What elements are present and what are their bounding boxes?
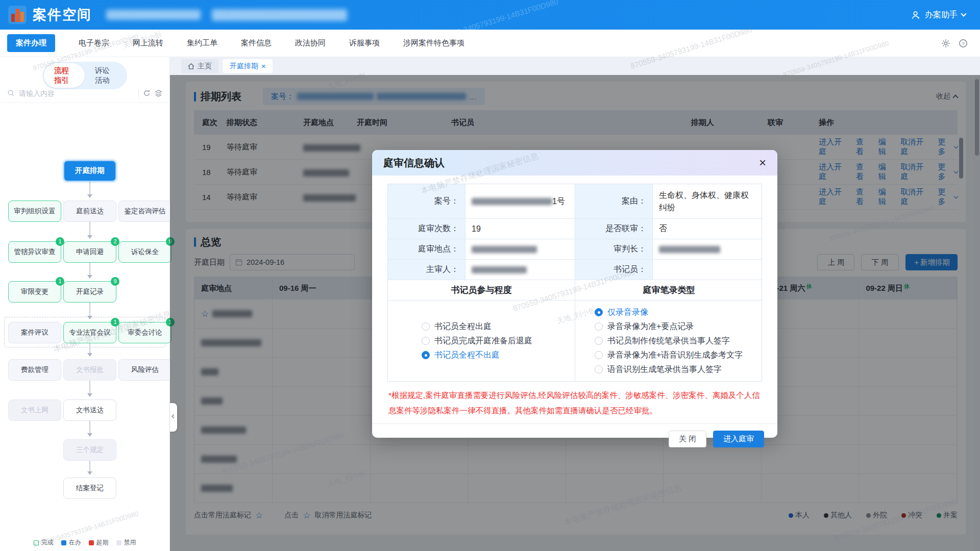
redacted-name	[472, 266, 527, 273]
svg-text:?: ?	[962, 40, 965, 46]
flow-node-risk-assessment[interactable]: 风险评估	[118, 359, 172, 381]
flow-node-case-close[interactable]: 结案登记	[63, 478, 116, 499]
radio-clerk-not-attend[interactable]: 书记员全程不出庭	[422, 350, 575, 361]
count-badge: 9	[111, 277, 119, 286]
chevron-left-icon	[172, 414, 176, 418]
flow-node-trial-org-setup[interactable]: 审判组织设置	[8, 201, 61, 222]
flow-node-recusal-apply[interactable]: 申请回避2	[63, 241, 116, 263]
chevron-down-icon	[961, 11, 966, 16]
app-logo-icon	[8, 6, 27, 24]
flow-node-doc-approval[interactable]: 文书报批	[63, 359, 116, 381]
radio-traditional-record[interactable]: 书记员制作传统笔录供当事人签字	[595, 336, 763, 346]
flow-node-pretrial-service[interactable]: 庭前送达	[63, 201, 116, 222]
flow-node-hearing-record[interactable]: 开庭记录9	[63, 281, 116, 303]
user-icon	[911, 10, 921, 20]
app-window: 案件空间 办案助手 案件办理 电子卷宗 网上流转 集约工单 案件信息 政法协同 …	[0, 0, 980, 551]
flow-node-litigation-preservation[interactable]: 诉讼保全9	[118, 241, 172, 263]
nav-item-litigation-service[interactable]: 诉服事项	[349, 38, 380, 48]
joint-trial-value: 否	[653, 219, 763, 239]
dialog-footer: 关 闭 进入庭审	[372, 423, 777, 454]
radio-icon	[422, 322, 430, 331]
refresh-icon[interactable]	[143, 89, 151, 97]
assistant-menu[interactable]: 办案助手	[911, 10, 966, 20]
flow-arrow	[89, 343, 90, 356]
top-header: 案件空间 办案助手	[0, 0, 980, 30]
sidebar: 流程指引 诉讼活动 开庭排期 审判组织设置 庭前送达 鉴定咨询评估 管辖异议审查…	[0, 57, 170, 551]
flow-status-legend: 完成 在办 超期 禁用	[0, 538, 169, 547]
hearing-place-label: 庭审地点：	[388, 239, 465, 260]
redacted-name	[659, 246, 720, 253]
hearing-confirm-dialog: 庭审信息确认 × 案号： 1号 案由： 生命权、身体权、健康权纠纷 庭审次数： …	[372, 150, 777, 438]
cause-value: 生命权、身体权、健康权纠纷	[653, 184, 763, 219]
flow-arrow	[89, 303, 90, 318]
flow-node-judges-meeting[interactable]: 专业法官会议1	[63, 322, 116, 343]
flow-node-doc-service[interactable]: 文书送达	[63, 399, 116, 421]
tab-hearing-schedule[interactable]: 开庭排期 ×	[223, 59, 273, 73]
nav-item-case-info[interactable]: 案件信息	[241, 38, 272, 48]
close-tab-icon[interactable]: ×	[261, 62, 266, 70]
help-icon[interactable]: ?	[959, 39, 968, 48]
radio-icon	[595, 322, 603, 331]
process-flow-chart: 开庭排期 审判组织设置 庭前送达 鉴定咨询评估 管辖异议审查1 申请回避2 诉讼…	[0, 104, 169, 531]
nav-item-internet-cases[interactable]: 涉网案件特色事项	[403, 38, 464, 48]
case-no-label: 案号：	[388, 184, 465, 219]
divider	[138, 89, 139, 97]
dialog-header: 庭审信息确认 ×	[372, 150, 777, 176]
radio-icon	[422, 351, 430, 359]
gear-icon[interactable]	[941, 39, 950, 48]
enter-hearing-button[interactable]: 进入庭审	[713, 431, 764, 447]
flow-arrow	[89, 182, 90, 197]
clerk-participation-options: 书记员全程出庭 书记员完成开庭准备后退庭 书记员全程不出庭	[388, 300, 575, 381]
flow-node-appraisal-consult[interactable]: 鉴定咨询评估	[118, 201, 172, 222]
radio-speech-generated-record[interactable]: 语音识别生成笔录供当事人签字	[595, 364, 763, 375]
presiding-judge-value	[653, 239, 763, 260]
main-nav: 案件办理 电子卷宗 网上流转 集约工单 案件信息 政法协同 诉服事项 涉网案件特…	[0, 30, 980, 57]
layers-icon[interactable]	[155, 89, 162, 97]
radio-icon	[595, 365, 603, 373]
flow-node-fee-management[interactable]: 费款管理	[8, 359, 61, 381]
dialog-title: 庭审信息确认	[383, 156, 445, 170]
record-type-options: 仅录音录像 录音录像为准+要点记录 书记员制作传统笔录供当事人签字 录音录像为准…	[575, 300, 763, 381]
nav-item-work-orders[interactable]: 集约工单	[187, 38, 217, 48]
legend-disabled-swatch	[116, 540, 121, 545]
page-tabs: 主页 开庭排期 ×	[170, 57, 980, 75]
tab-home[interactable]: 主页	[181, 59, 218, 73]
assistant-label: 办案助手	[925, 10, 958, 20]
close-button[interactable]: 关 闭	[669, 431, 706, 447]
nav-item-e-dossier[interactable]: 电子卷宗	[79, 38, 109, 48]
search-icon	[7, 89, 15, 97]
flow-node-three-rules[interactable]: 三个规定	[63, 439, 116, 461]
hearing-count-label: 庭审次数：	[388, 219, 465, 239]
hearing-info-table: 案号： 1号 案由： 生命权、身体权、健康权纠纷 庭审次数： 19 是否联审： …	[387, 184, 762, 382]
close-dialog-icon[interactable]: ×	[759, 157, 766, 169]
clerk-participation-section-title: 书记员参与程度	[388, 280, 575, 300]
radio-av-plus-speech-text[interactable]: 录音录像为准+语音识别生成参考文字	[595, 350, 763, 361]
legend-active-swatch	[61, 540, 66, 545]
nav-item-case-handling[interactable]: 案件办理	[7, 34, 55, 52]
home-icon	[188, 63, 194, 69]
radio-clerk-full-attend[interactable]: 书记员全程出庭	[422, 321, 575, 332]
radio-av-plus-keypoints[interactable]: 录音录像为准+要点记录	[595, 321, 763, 332]
search-input[interactable]	[19, 89, 134, 97]
radio-clerk-leave-after-prep[interactable]: 书记员完成开庭准备后退庭	[422, 336, 575, 346]
flow-node-schedule-hearing[interactable]: 开庭排期	[63, 160, 116, 182]
flow-node-adjudication-committee[interactable]: 审委会讨论1	[118, 322, 172, 343]
chief-judge-label: 主审人：	[388, 260, 465, 280]
flow-node-jurisdiction-objection[interactable]: 管辖异议审查1	[8, 241, 61, 263]
joint-trial-label: 是否联审：	[575, 219, 653, 239]
sidebar-collapse-handle[interactable]	[170, 403, 177, 432]
nav-item-online-transfer[interactable]: 网上流转	[133, 38, 163, 48]
flow-node-case-review[interactable]: 案件评议	[8, 322, 61, 343]
flow-node-doc-publish[interactable]: 文书上网	[8, 399, 61, 421]
app-title: 案件空间	[33, 6, 92, 24]
redacted-place	[472, 246, 537, 253]
hearing-place-value	[465, 239, 575, 260]
presiding-judge-label: 审判长：	[575, 239, 653, 260]
nav-item-legal-collab[interactable]: 政法协同	[295, 38, 326, 48]
radio-av-only[interactable]: 仅录音录像	[595, 307, 763, 318]
clerk-value	[653, 260, 763, 280]
flow-node-trial-limit-change[interactable]: 审限变更1	[8, 281, 61, 303]
flow-arrow	[89, 222, 90, 238]
hearing-count-value: 19	[465, 219, 575, 239]
flow-arrow	[89, 381, 90, 396]
